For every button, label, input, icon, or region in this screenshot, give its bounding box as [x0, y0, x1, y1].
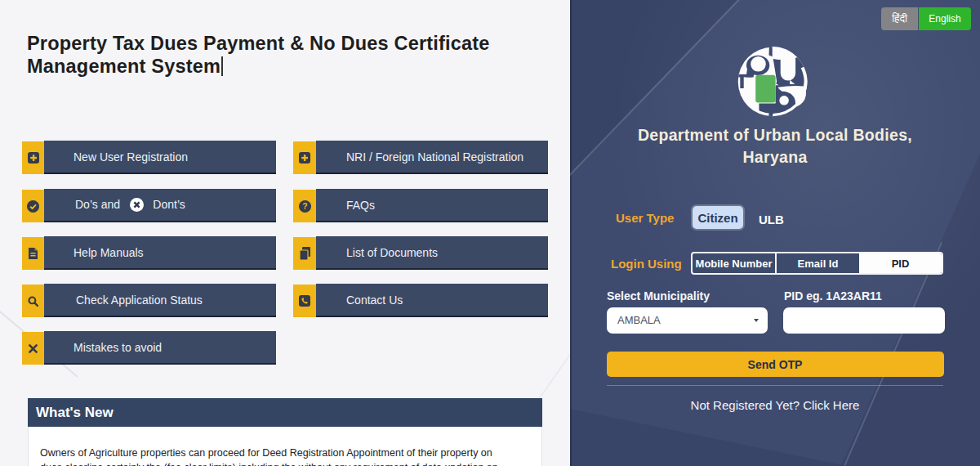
svg-text:?: ? [302, 201, 307, 211]
